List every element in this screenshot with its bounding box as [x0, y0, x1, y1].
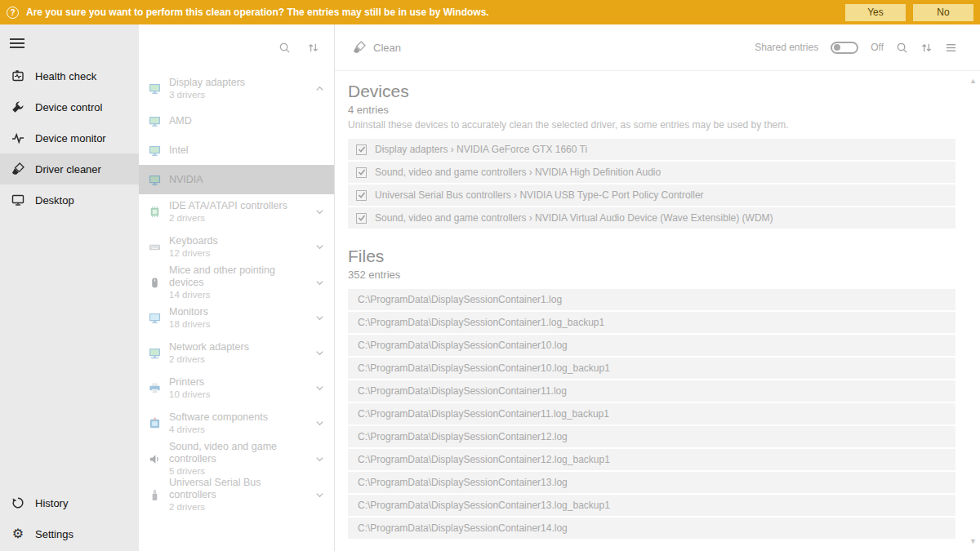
yes-button[interactable]: Yes: [845, 4, 906, 21]
files-section: Files 352 entries C:\ProgramData\Display…: [348, 247, 956, 539]
chevron-down-icon[interactable]: [315, 419, 324, 428]
device-row-label: Sound, video and game controllers › NVID…: [375, 167, 661, 178]
scroll-down-icon[interactable]: ▼: [969, 538, 977, 545]
health-check-icon: [11, 69, 25, 82]
shared-entries-label: Shared entries: [755, 42, 818, 53]
tree-group-usb-controllers[interactable]: Universal Serial Bus controllers 2 drive…: [139, 477, 334, 513]
file-path: C:\ProgramData\DisplaySessionContainer11…: [358, 385, 567, 397]
chevron-down-icon[interactable]: [315, 455, 324, 464]
sidebar-item-driver-cleaner[interactable]: Driver cleaner: [0, 153, 139, 184]
chevron-up-icon[interactable]: [315, 84, 324, 93]
toggle-knob: [834, 44, 840, 51]
device-row[interactable]: Display adapters › NVIDIA GeForce GTX 16…: [348, 139, 956, 160]
tree-group-monitors[interactable]: Monitors 18 drivers: [139, 300, 334, 335]
tree-item-nvidia[interactable]: NVIDIA: [139, 165, 334, 194]
sidebar-item-desktop[interactable]: Desktop: [0, 184, 139, 216]
file-list: C:\ProgramData\DisplaySessionContainer1.…: [348, 289, 956, 539]
tree-group-label: Sound, video and game controllers: [169, 441, 307, 465]
sidebar-item-history[interactable]: History: [0, 487, 139, 518]
file-row[interactable]: C:\ProgramData\DisplaySessionContainer1.…: [348, 312, 956, 333]
file-row[interactable]: C:\ProgramData\DisplaySessionContainer11…: [348, 380, 956, 402]
tree-item-intel[interactable]: Intel: [139, 136, 334, 165]
chevron-down-icon[interactable]: [315, 349, 324, 358]
sort-icon[interactable]: [920, 42, 933, 54]
file-row[interactable]: C:\ProgramData\DisplaySessionContainer13…: [348, 472, 956, 493]
sort-icon[interactable]: [307, 42, 319, 54]
banner-message: Are you sure you want to perform this cl…: [26, 7, 489, 18]
menu-icon[interactable]: [0, 24, 139, 60]
chevron-down-icon[interactable]: [315, 384, 324, 393]
wrench-icon: [11, 100, 25, 113]
tree-item-amd[interactable]: AMD: [139, 106, 334, 136]
shared-entries-toggle[interactable]: [831, 42, 858, 54]
device-row[interactable]: Universal Serial Bus controllers › NVIDI…: [348, 184, 956, 206]
sidebar: Health check Device control Device monit…: [0, 24, 139, 551]
file-path: C:\ProgramData\DisplaySessionContainer13…: [358, 500, 610, 511]
tree-group-sound-controllers[interactable]: Sound, video and game controllers 5 driv…: [139, 441, 334, 477]
list-view-icon[interactable]: [945, 42, 957, 54]
file-path: C:\ProgramData\DisplaySessionContainer11…: [358, 408, 609, 420]
display-adapter-icon: [149, 115, 161, 127]
monitor-icon: [149, 312, 161, 324]
keyboard-icon: [149, 241, 161, 253]
file-row[interactable]: C:\ProgramData\DisplaySessionContainer11…: [348, 403, 956, 424]
file-row[interactable]: C:\ProgramData\DisplaySessionContainer13…: [348, 495, 956, 516]
tree-group-software-components[interactable]: Software components 4 drivers: [139, 406, 334, 441]
chevron-down-icon[interactable]: [315, 207, 324, 216]
tree-group-label: Software components: [169, 411, 268, 424]
sidebar-item-device-monitor[interactable]: Device monitor: [0, 122, 139, 153]
files-section-title: Files: [348, 247, 956, 266]
devices-section-title: Devices: [348, 82, 956, 101]
sidebar-item-health-check[interactable]: Health check: [0, 60, 139, 91]
chevron-down-icon[interactable]: [315, 278, 324, 287]
devices-entry-count: 4 entries: [348, 104, 956, 116]
chevron-down-icon[interactable]: [315, 242, 324, 251]
no-button[interactable]: No: [913, 4, 973, 21]
tree-group-count: 2 drivers: [169, 501, 307, 513]
clean-content: Devices 4 entries Uninstall these device…: [335, 71, 980, 551]
sidebar-item-label: Health check: [35, 70, 96, 82]
tree-group-label: Monitors: [169, 306, 211, 318]
tree-group-printers[interactable]: Printers 10 drivers: [139, 371, 334, 406]
sidebar-item-settings[interactable]: ⚙ Settings: [0, 518, 139, 549]
file-row[interactable]: C:\ProgramData\DisplaySessionContainer1.…: [348, 289, 956, 310]
file-row[interactable]: C:\ProgramData\DisplaySessionContainer12…: [348, 449, 956, 470]
search-icon[interactable]: [896, 42, 908, 54]
tree-group-network-adapters[interactable]: Network adapters 2 drivers: [139, 335, 334, 371]
tree-group-count: 18 drivers: [169, 318, 211, 330]
tree-item-label: AMD: [169, 115, 192, 127]
file-row[interactable]: C:\ProgramData\DisplaySessionContainer14…: [348, 518, 956, 539]
sidebar-item-label: Driver cleaner: [35, 163, 101, 176]
checkbox-checked[interactable]: [356, 190, 367, 201]
history-icon: [11, 496, 25, 509]
tree-group-keyboards[interactable]: Keyboards 12 drivers: [139, 229, 334, 264]
chevron-down-icon[interactable]: [315, 313, 324, 322]
chevron-down-icon[interactable]: [315, 491, 324, 500]
checkbox-checked[interactable]: [356, 144, 367, 155]
sidebar-item-device-control[interactable]: Device control: [0, 91, 139, 122]
file-row[interactable]: C:\ProgramData\DisplaySessionContainer10…: [348, 358, 956, 379]
tree-group-count: 14 drivers: [169, 289, 307, 300]
tree-group-count: 5 drivers: [169, 465, 307, 477]
toolbar-title: Clean: [373, 42, 401, 54]
sidebar-bottom: History ⚙ Settings: [0, 487, 139, 551]
device-row[interactable]: Sound, video and game controllers › NVID…: [348, 207, 956, 229]
search-icon[interactable]: [278, 42, 291, 54]
scroll-up-icon[interactable]: ▲: [969, 78, 977, 85]
gear-icon: ⚙: [11, 527, 25, 540]
tree-group-label: Universal Serial Bus controllers: [169, 477, 307, 501]
tree-group-label: IDE ATA/ATAPI controllers: [169, 200, 287, 212]
checkbox-checked[interactable]: [356, 167, 367, 178]
device-tree-panel: Display adapters 3 drivers AMD Intel NVI…: [139, 24, 335, 551]
tree-group-ide-controllers[interactable]: IDE ATA/ATAPI controllers 2 drivers: [139, 194, 334, 229]
file-row[interactable]: C:\ProgramData\DisplaySessionContainer10…: [348, 335, 956, 356]
tree-group-count: 3 drivers: [169, 89, 245, 100]
checkbox-checked[interactable]: [356, 213, 367, 224]
device-row[interactable]: Sound, video and game controllers › NVID…: [348, 162, 956, 183]
mouse-icon: [149, 277, 161, 289]
tree-group-display-adapters[interactable]: Display adapters 3 drivers: [139, 71, 334, 106]
brush-icon: [353, 41, 366, 54]
tree-group-mice[interactable]: Mice and other pointing devices 14 drive…: [139, 264, 334, 300]
file-row[interactable]: C:\ProgramData\DisplaySessionContainer12…: [348, 426, 956, 447]
vertical-scrollbar[interactable]: ▲ ▼: [966, 72, 980, 551]
